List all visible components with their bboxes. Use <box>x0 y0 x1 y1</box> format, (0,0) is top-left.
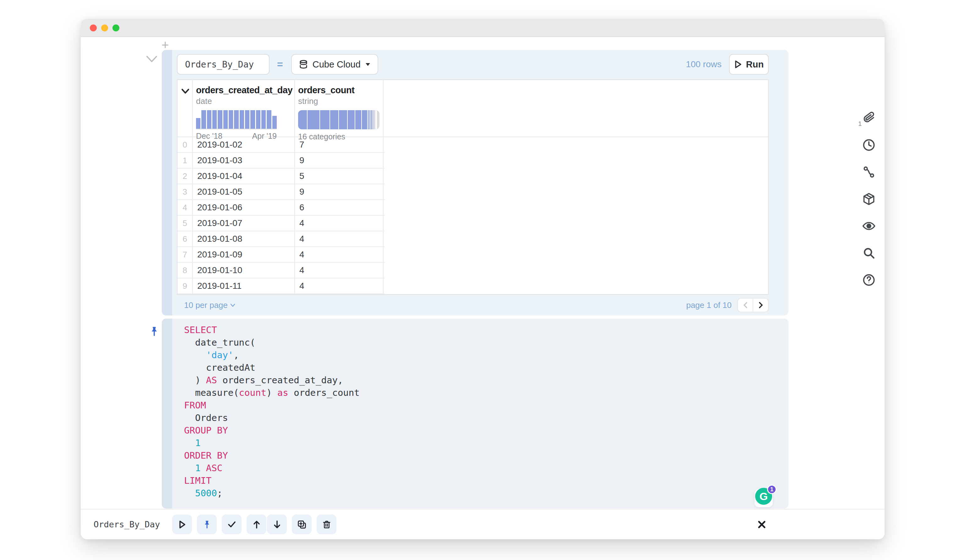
histogram-bar <box>261 110 266 129</box>
table-row[interactable]: 32019-01-059 <box>177 184 385 200</box>
histogram-bar <box>272 116 277 129</box>
check-icon <box>227 521 237 529</box>
table-row[interactable]: 42019-01-066 <box>177 200 385 216</box>
histogram-bar <box>207 110 211 129</box>
delete-cell-button[interactable] <box>317 514 337 534</box>
column-header-orders-count[interactable]: orders_count string 16 categories <box>295 80 384 137</box>
table-row[interactable]: 12019-01-039 <box>177 153 385 168</box>
category-segment <box>339 110 348 129</box>
run-button[interactable]: Run <box>729 54 769 75</box>
histogram-bar <box>240 110 244 129</box>
cell-count-value[interactable]: 4 <box>295 278 384 294</box>
connections-icon <box>862 165 876 179</box>
cell-date-value[interactable]: 2019-01-08 <box>193 231 295 247</box>
table-row[interactable]: 62019-01-084 <box>177 231 385 247</box>
maximize-traffic-light-button[interactable] <box>113 24 119 31</box>
prev-page-button[interactable] <box>738 299 753 312</box>
data-source-select[interactable]: Cube Cloud <box>291 54 378 75</box>
help-button[interactable] <box>862 273 876 287</box>
histogram-bar <box>234 110 239 129</box>
cell-date-value[interactable]: 2019-01-03 <box>193 153 295 168</box>
cell-count-value[interactable]: 6 <box>295 200 384 215</box>
history-button[interactable] <box>862 138 876 152</box>
cell-count-value[interactable]: 4 <box>295 216 384 231</box>
sql-editor-cell: SELECT date_trunc( 'day', createdAt ) AS… <box>162 318 788 509</box>
collapse-cell-chevron-icon[interactable] <box>145 54 158 64</box>
table-header-row: orders_created_at_day date Dec '18 Apr '… <box>177 80 768 137</box>
cell-count-value[interactable]: 5 <box>295 168 384 184</box>
cell-date-value[interactable]: 2019-01-04 <box>193 168 295 184</box>
sql-code-line: 1 <box>184 437 360 449</box>
add-cell-button[interactable]: + <box>159 39 171 51</box>
sort-column-header[interactable] <box>177 80 193 137</box>
cell-count-value[interactable]: 4 <box>295 231 384 247</box>
close-icon <box>757 519 768 529</box>
duplicate-cell-button[interactable] <box>292 514 312 534</box>
pagination-bar: 10 per page page 1 of 10 <box>177 295 769 315</box>
cell-date-value[interactable]: 2019-01-11 <box>193 278 295 294</box>
pin-icon[interactable] <box>149 326 160 337</box>
sql-code-line: ORDER BY <box>184 449 360 462</box>
close-toolbar-button[interactable] <box>757 519 768 530</box>
column-header-orders-created-at-day[interactable]: orders_created_at_day date Dec '18 Apr '… <box>193 80 295 137</box>
sql-code-editor[interactable]: SELECT date_trunc( 'day', createdAt ) AS… <box>184 323 360 500</box>
cell-count-value[interactable]: 4 <box>295 247 384 262</box>
date-histogram <box>196 110 277 129</box>
rows-per-page-select[interactable]: 10 per page <box>184 300 235 310</box>
sql-code-line: SELECT <box>184 323 360 336</box>
histogram-bar <box>196 118 200 129</box>
notebook-canvas: + Orders_By_Day = <box>81 38 885 539</box>
histogram-bar <box>218 110 222 129</box>
package-button[interactable] <box>862 192 876 206</box>
category-segment <box>330 110 339 129</box>
table-header-filler <box>384 80 768 137</box>
pin-cell-button[interactable] <box>197 514 217 534</box>
table-row[interactable]: 22019-01-045 <box>177 168 385 184</box>
cell-date-value[interactable]: 2019-01-07 <box>193 216 295 231</box>
move-cell-down-button[interactable] <box>267 514 287 534</box>
cell-count-value[interactable]: 4 <box>295 263 384 278</box>
next-page-button[interactable] <box>753 299 768 312</box>
package-icon <box>862 192 876 206</box>
close-traffic-light-button[interactable] <box>90 24 97 31</box>
category-segment <box>355 110 362 129</box>
row-index: 6 <box>177 231 193 247</box>
category-segment <box>348 110 355 129</box>
category-segment <box>298 110 307 129</box>
table-row[interactable]: 52019-01-074 <box>177 216 385 231</box>
row-index: 2 <box>177 168 193 184</box>
move-cell-up-button[interactable] <box>247 514 267 534</box>
attachments-button[interactable]: 1 <box>862 111 876 125</box>
eye-icon <box>862 219 876 233</box>
category-other-segment <box>377 110 379 129</box>
attachments-count-badge: 1 <box>858 120 862 127</box>
cell-date-value[interactable]: 2019-01-05 <box>193 184 295 199</box>
sql-code-line: 5000; <box>184 487 360 500</box>
cell-count-value[interactable]: 9 <box>295 153 384 168</box>
run-cell-button[interactable] <box>172 514 192 534</box>
grammarly-badge: 1 <box>767 485 777 494</box>
category-segment <box>307 110 320 129</box>
app-window: + Orders_By_Day = <box>81 19 885 539</box>
row-index: 3 <box>177 184 193 199</box>
play-icon <box>734 60 742 69</box>
connections-button[interactable] <box>862 165 876 179</box>
rows-per-page-label: 10 per page <box>184 300 228 310</box>
table-row[interactable]: 92019-01-114 <box>177 278 385 294</box>
cell-count-value[interactable]: 9 <box>295 184 384 199</box>
table-row[interactable]: 82019-01-104 <box>177 263 385 278</box>
page-indicator: page 1 of 10 <box>686 300 732 310</box>
visibility-button[interactable] <box>862 219 876 233</box>
minimize-traffic-light-button[interactable] <box>101 24 108 31</box>
grammarly-widget[interactable]: G 1 <box>755 486 778 507</box>
search-button[interactable] <box>862 246 876 260</box>
cell-date-value[interactable]: 2019-01-06 <box>193 200 295 215</box>
sql-code-line: LIMIT <box>184 474 360 487</box>
cell-date-value[interactable]: 2019-01-10 <box>193 263 295 278</box>
cell-date-value[interactable]: 2019-01-09 <box>193 247 295 262</box>
table-row[interactable]: 72019-01-094 <box>177 247 385 263</box>
sql-code-line: Orders <box>184 411 360 424</box>
result-cell: Orders_By_Day = Cube Cloud <box>162 50 788 315</box>
cell-name-input[interactable]: Orders_By_Day <box>177 54 270 75</box>
apply-check-button[interactable] <box>222 514 242 534</box>
